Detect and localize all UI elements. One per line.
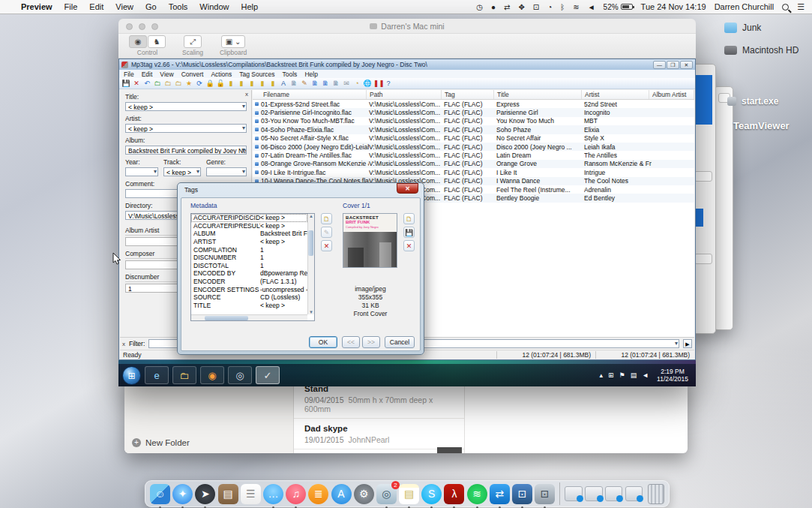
- teamviewer-titlebar[interactable]: Darren's Mac mini: [118, 19, 696, 34]
- file-row[interactable]: 01-Express-52nd Street.flac V:\Music\Los…: [253, 100, 694, 108]
- toolbar-icon[interactable]: 🔓: [216, 79, 225, 88]
- minimized-window-1[interactable]: [565, 486, 583, 501]
- toolbar-icon[interactable]: ✎: [300, 79, 309, 88]
- toolbar-icon[interactable]: ✉: [342, 79, 351, 88]
- scaling-button[interactable]: ⤢: [184, 35, 202, 48]
- toolbar-icon[interactable]: 🗎: [289, 79, 298, 88]
- mp3tag-menu-item[interactable]: Tools: [283, 71, 298, 78]
- tray-icon[interactable]: ◄: [642, 371, 649, 379]
- status-icon[interactable]: ᛒ: [560, 3, 565, 11]
- genre-combo[interactable]: [206, 167, 247, 176]
- dialog-close-button[interactable]: ✕: [397, 183, 418, 194]
- tray-icon[interactable]: ⚑: [619, 371, 625, 379]
- dock-icon[interactable]: ☺: [150, 484, 170, 504]
- dock-icon[interactable]: λ: [444, 484, 464, 504]
- toolbar-icon[interactable]: ▮: [237, 79, 246, 88]
- toolbar-icon[interactable]: ▮: [268, 79, 277, 88]
- filter-advanced-button[interactable]: ▶: [683, 339, 692, 348]
- toolbar-icon[interactable]: ❚❚: [373, 79, 382, 88]
- title-combo[interactable]: < keep >: [125, 102, 247, 111]
- taskbar-clock[interactable]: 2:19 PM 11/24/2015: [654, 368, 691, 383]
- spotlight-icon[interactable]: [782, 4, 789, 11]
- column-tag[interactable]: Tag: [442, 90, 494, 99]
- track-combo[interactable]: < keep >: [163, 167, 201, 176]
- cover-delete-button[interactable]: ✕: [403, 240, 415, 251]
- toolbar-icon[interactable]: 🗀: [163, 79, 172, 88]
- taskbar-app-button[interactable]: ◎: [228, 366, 252, 384]
- mp3tag-menu-item[interactable]: Convert: [181, 71, 204, 78]
- toolbar-icon[interactable]: ◔: [352, 79, 361, 88]
- minimized-window-2[interactable]: [585, 486, 603, 501]
- metadata-row[interactable]: ENCODER (FLAC 1.3.1): [191, 278, 307, 286]
- metadata-row[interactable]: TITLE < keep >: [191, 302, 307, 310]
- toolbar-icon[interactable]: 🗎: [331, 79, 340, 88]
- dock-icon[interactable]: ≣: [308, 484, 328, 504]
- start-button[interactable]: ⊞: [122, 366, 141, 385]
- dock-icon[interactable]: S: [421, 484, 442, 504]
- toolbar-icon[interactable]: 🗎: [321, 79, 330, 88]
- toolbar-icon[interactable]: A: [279, 79, 288, 88]
- column-filename[interactable]: Filename: [253, 90, 367, 99]
- toolbar-icon[interactable]: ▮: [247, 79, 256, 88]
- file-row[interactable]: 09-I Like It-Intrigue.flac V:\Music\Loss…: [253, 168, 694, 176]
- cover-save-button[interactable]: 💾: [403, 227, 415, 238]
- dock-icon[interactable]: ⇄: [490, 484, 510, 504]
- desktop-icon-junk[interactable]: Junk: [724, 23, 761, 33]
- taskbar-app-button[interactable]: e: [145, 366, 169, 384]
- dock-icon[interactable]: …: [263, 484, 283, 504]
- dock-icon[interactable]: ⊡: [512, 484, 532, 504]
- desktop-icon-start-exe[interactable]: start.exe: [727, 96, 778, 107]
- metadata-row[interactable]: ACCURATERIPRESULT < keep >: [191, 222, 307, 230]
- minimized-window-4[interactable]: [625, 486, 643, 501]
- prev-button[interactable]: <<: [342, 336, 360, 348]
- minimize-button[interactable]: —: [653, 61, 666, 69]
- toolbar-icon[interactable]: 🗀: [174, 79, 183, 88]
- battery-indicator[interactable]: 52%: [604, 3, 633, 11]
- status-icon[interactable]: ⇄: [504, 3, 510, 11]
- mp3tag-menu-item[interactable]: View: [160, 71, 173, 78]
- trash-icon[interactable]: [648, 484, 664, 504]
- toolbar-icon[interactable]: ✕: [132, 79, 141, 88]
- metadata-row[interactable]: COMPILATION 1: [191, 245, 307, 254]
- dock-icon[interactable]: ▤: [218, 484, 238, 504]
- dock-icon[interactable]: A: [331, 484, 352, 504]
- control-observe-button[interactable]: ♞: [148, 35, 166, 48]
- metadata-list[interactable]: ACCURATERIPDISCID < keep > ACCURATERIPRE…: [190, 213, 315, 321]
- toolbar-icon[interactable]: 💾: [121, 79, 130, 88]
- menubar-user[interactable]: Darren Churchill: [715, 2, 774, 11]
- dock-icon[interactable]: ✦: [172, 484, 193, 504]
- file-row[interactable]: 05-No Secret Affair-Style X.flac V:\Musi…: [253, 134, 694, 143]
- file-row[interactable]: 06-Disco 2000 (Joey Negro Edit)-Leiah Ik…: [253, 143, 694, 151]
- menu-item[interactable]: Tools: [169, 2, 188, 11]
- file-row[interactable]: 08-Orange Grove-Ransom McKenzie & Friend…: [253, 160, 694, 168]
- dock-icon[interactable]: ◎ 2: [376, 484, 397, 504]
- mp3tag-menu-item[interactable]: Edit: [142, 71, 153, 78]
- file-row[interactable]: 07-Latin Dream-The Antilles.flac V:\Musi…: [253, 151, 694, 159]
- metadata-edit-button[interactable]: ✎: [321, 227, 332, 238]
- mp3tag-menu-item[interactable]: Actions: [211, 71, 232, 78]
- column-path[interactable]: Path: [367, 90, 442, 99]
- status-icon[interactable]: ◷: [476, 3, 483, 11]
- tray-icon[interactable]: ⊞: [608, 371, 614, 379]
- dock-icon[interactable]: ≋: [467, 484, 487, 504]
- menu-item[interactable]: Help: [241, 2, 258, 11]
- minimized-window-3[interactable]: [605, 486, 623, 501]
- artist-combo[interactable]: < keep >: [125, 124, 247, 133]
- album-combo[interactable]: Backstreet Brit Funk compiled by Joey Ne…: [125, 146, 247, 155]
- toolbar-icon[interactable]: ↶: [142, 79, 151, 88]
- metadata-row[interactable]: ENCODED BY dBpoweramp Release: [191, 269, 307, 278]
- status-icon[interactable]: ◔: [547, 3, 552, 11]
- status-icon[interactable]: ≋: [573, 3, 579, 11]
- tray-icon[interactable]: ▤: [631, 371, 637, 379]
- background-window-2[interactable]: [714, 86, 733, 330]
- minimize-light[interactable]: [139, 23, 145, 30]
- desktop-icon-teamviewer[interactable]: TeamViewer: [733, 120, 790, 131]
- toolbar-icon[interactable]: ⟳: [195, 79, 204, 88]
- dock-icon[interactable]: ⚙: [354, 484, 374, 504]
- column-title[interactable]: Title: [494, 90, 582, 99]
- status-icon[interactable]: ✥: [518, 3, 524, 11]
- taskbar-app-button[interactable]: ◉: [200, 366, 224, 384]
- metadata-row[interactable]: ACCURATERIPDISCID < keep >: [191, 214, 307, 222]
- metadata-row[interactable]: DISCTOTAL 1: [191, 262, 307, 270]
- dock-icon[interactable]: ▤: [399, 484, 419, 504]
